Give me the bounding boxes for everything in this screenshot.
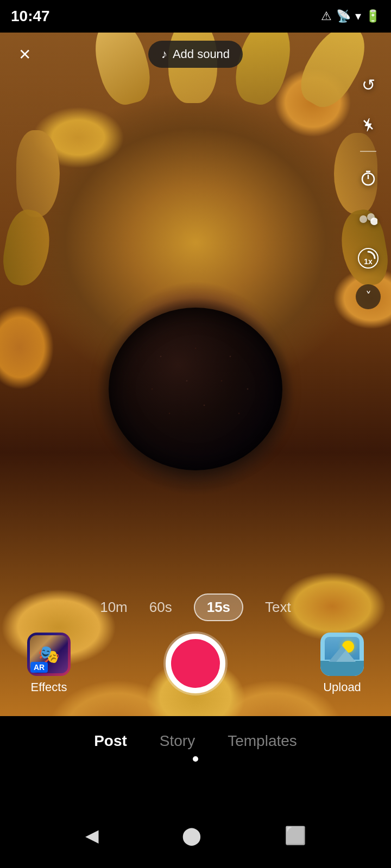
- speed-button[interactable]: 1x: [354, 244, 382, 272]
- duration-text[interactable]: Text: [265, 599, 291, 616]
- add-sound-label: Add sound: [173, 47, 230, 61]
- camera-viewfinder: ✕ ♪ Add sound ↺: [0, 33, 391, 732]
- battery-icon: 🔋: [365, 9, 380, 23]
- upload-label: Upload: [323, 680, 361, 694]
- sunflower-seeds: [109, 308, 282, 470]
- cast-icon: 📡: [336, 9, 351, 23]
- upload-icon: [320, 633, 364, 676]
- flash-button[interactable]: [354, 111, 382, 139]
- wifi-icon: ▾: [355, 9, 361, 23]
- speed-label: 1x: [364, 257, 373, 266]
- controls-divider: [360, 151, 376, 152]
- notification-icon: ⚠: [321, 9, 332, 23]
- flip-camera-button[interactable]: ↺: [354, 71, 382, 99]
- tab-indicator: [193, 756, 198, 762]
- svg-point-5: [360, 215, 367, 223]
- tab-post[interactable]: Post: [94, 732, 127, 750]
- nav-tabs: Post Story Templates: [0, 716, 391, 750]
- right-controls: ↺: [354, 71, 382, 309]
- system-nav: ◀ ⬤ ⬜: [0, 803, 391, 868]
- recents-button[interactable]: ⬜: [285, 825, 306, 846]
- close-button[interactable]: ✕: [11, 41, 38, 68]
- status-time: 10:47: [11, 8, 50, 25]
- effects-button[interactable]: AR 🎭 Effects: [27, 633, 71, 694]
- more-controls-button[interactable]: ˅: [356, 284, 381, 309]
- upload-button[interactable]: Upload: [320, 633, 364, 694]
- effects-icon: AR 🎭: [27, 633, 71, 676]
- tab-templates[interactable]: Templates: [228, 732, 297, 750]
- music-icon: ♪: [161, 47, 167, 61]
- duration-60s[interactable]: 60s: [149, 599, 172, 616]
- status-bar: 10:47 ⚠ 📡 ▾ 🔋: [0, 0, 391, 33]
- bottom-nav: Post Story Templates: [0, 716, 391, 803]
- add-sound-button[interactable]: ♪ Add sound: [148, 41, 243, 68]
- duration-15s[interactable]: 15s: [194, 593, 243, 621]
- bottom-controls: AR 🎭 Effects Upload: [0, 633, 391, 694]
- duration-10m[interactable]: 10m: [100, 599, 128, 616]
- duration-tabs: 10m 60s 15s Text: [0, 593, 391, 621]
- beauty-button[interactable]: [354, 204, 382, 232]
- top-controls: ✕ ♪ Add sound: [0, 33, 391, 76]
- timer-button[interactable]: [354, 164, 382, 192]
- record-button[interactable]: [166, 634, 225, 693]
- home-button[interactable]: ⬤: [182, 825, 201, 846]
- back-button[interactable]: ◀: [85, 825, 99, 846]
- record-inner: [171, 639, 220, 688]
- status-icons: ⚠ 📡 ▾ 🔋: [321, 9, 380, 23]
- effects-label: Effects: [31, 680, 67, 694]
- tab-story[interactable]: Story: [160, 732, 195, 750]
